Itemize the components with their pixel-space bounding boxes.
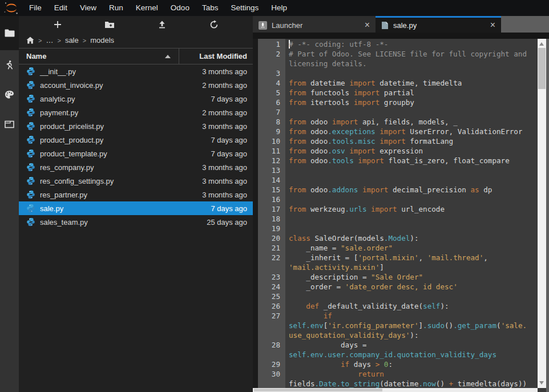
code-token: import bbox=[380, 137, 406, 146]
close-tab-icon[interactable]: × bbox=[365, 21, 370, 30]
code-line[interactable]: 3 bbox=[253, 68, 538, 78]
code-content[interactable]: 1# -*- coding: utf-8 -*-2# Part of Odoo.… bbox=[253, 39, 538, 389]
file-row[interactable]: product_pricelist.py3 months ago bbox=[19, 119, 253, 133]
name-column-header[interactable]: Name bbox=[19, 49, 179, 64]
tab-launcher[interactable]: Launcher× bbox=[253, 16, 376, 33]
file-modified: 3 months ago bbox=[202, 177, 253, 185]
vertical-scrollbar[interactable] bbox=[538, 39, 546, 388]
code-line[interactable]: self.env.user.company_id.quotation_valid… bbox=[253, 350, 538, 359]
code-line[interactable]: fields.Date.to_string(datetime.now() + t… bbox=[253, 379, 538, 389]
last-modified-column-header[interactable]: Last Modified bbox=[179, 49, 253, 64]
menu-item-kernel[interactable]: Kernel bbox=[130, 0, 164, 16]
horizontal-scrollbar-thumb[interactable] bbox=[254, 389, 382, 391]
horizontal-scrollbar[interactable] bbox=[253, 388, 538, 392]
code-line[interactable]: 14 bbox=[253, 175, 538, 185]
home-icon[interactable] bbox=[26, 37, 34, 44]
plus-icon bbox=[53, 20, 62, 29]
code-line[interactable]: 29 if days > 0: bbox=[253, 359, 538, 369]
menu-item-view[interactable]: View bbox=[74, 0, 103, 16]
vertical-scrollbar-thumb[interactable] bbox=[538, 48, 546, 89]
code-line[interactable]: 15from odoo.addons import decimal_precis… bbox=[253, 185, 538, 195]
refresh-button[interactable] bbox=[207, 17, 221, 32]
code-token: api, fields, models, _ bbox=[358, 118, 457, 126]
file-row[interactable]: res_partner.py3 months ago bbox=[19, 188, 253, 201]
code-text: def _default_validity_date(self): bbox=[285, 301, 449, 311]
menu-item-help[interactable]: Help bbox=[265, 0, 293, 16]
menu-item-tabs[interactable]: Tabs bbox=[196, 0, 225, 16]
code-line[interactable]: 21 _name = "sale.order" bbox=[253, 243, 538, 253]
menu-item-file[interactable]: File bbox=[23, 0, 48, 16]
code-line[interactable]: 27 if bbox=[253, 311, 538, 321]
breadcrumb-item[interactable]: models bbox=[90, 36, 114, 45]
code-token: .user bbox=[324, 350, 345, 359]
code-line[interactable]: 19 bbox=[253, 224, 538, 233]
code-line[interactable]: 17from werkzeug.urls import url_encode bbox=[253, 204, 538, 214]
code-line[interactable]: 'mail.activity.mixin'] bbox=[253, 262, 538, 272]
file-row[interactable]: res_company.py3 months ago bbox=[19, 160, 253, 174]
sidebar-tab-folder[interactable] bbox=[0, 16, 19, 50]
menu-item-run[interactable]: Run bbox=[103, 0, 130, 16]
code-line[interactable]: 4from datetime import datetime, timedelt… bbox=[253, 78, 538, 88]
code-token: _description = bbox=[289, 273, 371, 281]
code-line[interactable]: 8from odoo import api, fields, models, _ bbox=[253, 117, 538, 127]
code-token: odoo bbox=[306, 118, 332, 126]
code-line[interactable]: 2# Part of Odoo. See LICENSE file for fu… bbox=[253, 49, 538, 59]
code-line[interactable]: 30 return bbox=[253, 369, 538, 379]
sidebar-tab-tabs[interactable] bbox=[0, 110, 19, 139]
code-line[interactable]: 12from odoo.tools import float_is_zero, … bbox=[253, 156, 538, 165]
code-line[interactable]: 1# -*- coding: utf-8 -*- bbox=[253, 39, 538, 49]
file-row[interactable]: sales_team.py25 days ago bbox=[19, 215, 253, 229]
upload-button[interactable] bbox=[155, 17, 169, 32]
file-row[interactable]: sale.py7 days ago bbox=[19, 201, 253, 215]
sidebar-tab-running-man[interactable] bbox=[0, 50, 19, 80]
code-line[interactable]: 10from odoo.tools.misc import formatLang bbox=[253, 136, 538, 146]
code-line[interactable]: 18 bbox=[253, 214, 538, 224]
code-line[interactable]: 22 _inherit = ['portal.mixin', 'mail.thr… bbox=[253, 253, 538, 262]
code-line[interactable]: 25 bbox=[253, 292, 538, 301]
menu-item-edit[interactable]: Edit bbox=[48, 0, 74, 16]
scroll-up-arrow-icon[interactable] bbox=[539, 42, 544, 46]
tab-sale-py[interactable]: sale.py× bbox=[376, 16, 501, 33]
code-line[interactable]: 13 bbox=[253, 165, 538, 175]
code-line[interactable]: use_quotation_validity_days'): bbox=[253, 330, 538, 340]
menu-item-odoo[interactable]: Odoo bbox=[164, 0, 196, 16]
file-row[interactable]: __init__.py3 months ago bbox=[19, 64, 253, 78]
code-line[interactable]: 26 def _default_validity_date(self): bbox=[253, 301, 538, 311]
code-line[interactable]: 7 bbox=[253, 107, 538, 117]
code-editor[interactable]: 1# -*- coding: utf-8 -*-2# Part of Odoo.… bbox=[253, 39, 549, 392]
sidebar-tab-palette[interactable] bbox=[0, 80, 19, 110]
file-row[interactable]: product_template.py7 days ago bbox=[19, 147, 253, 160]
file-list: __init__.py3 months agoaccount_invoice.p… bbox=[19, 64, 253, 392]
code-token: licensing details. bbox=[289, 59, 366, 68]
new-launcher-button[interactable] bbox=[50, 17, 65, 32]
code-line[interactable]: 9from odoo.exceptions import UserError, … bbox=[253, 127, 538, 136]
code-line[interactable]: 24 _order = 'date_order desc, id desc' bbox=[253, 282, 538, 292]
menu-item-settings[interactable]: Settings bbox=[224, 0, 265, 16]
line-number: 1 bbox=[253, 39, 285, 49]
code-line[interactable]: 28 days = bbox=[253, 340, 538, 350]
code-token: 'portal.mixin' bbox=[358, 253, 418, 262]
tabs-icon bbox=[5, 120, 14, 128]
code-token: datetime, timedelta bbox=[376, 79, 462, 87]
close-tab-icon[interactable]: × bbox=[490, 21, 495, 30]
file-icon bbox=[381, 21, 389, 30]
file-name: sale.py bbox=[40, 204, 211, 213]
file-row[interactable]: analytic.py7 days ago bbox=[19, 92, 253, 106]
file-row[interactable]: account_invoice.py2 months ago bbox=[19, 78, 253, 92]
new-folder-button[interactable] bbox=[102, 17, 117, 32]
code-line[interactable]: 5from functools import partial bbox=[253, 88, 538, 98]
code-line[interactable]: 23 _description = "Sale Order" bbox=[253, 272, 538, 282]
code-line[interactable]: self.env['ir.config_parameter'].sudo().g… bbox=[253, 321, 538, 330]
code-line[interactable]: 11from odoo.osv import expression bbox=[253, 146, 538, 156]
file-row[interactable]: product_product.py7 days ago bbox=[19, 133, 253, 147]
breadcrumb-item[interactable]: sale bbox=[65, 36, 79, 45]
code-line[interactable]: 16 bbox=[253, 195, 538, 204]
code-token: from bbox=[289, 118, 306, 126]
scroll-down-arrow-icon[interactable] bbox=[539, 381, 544, 385]
file-row[interactable]: payment.py2 months ago bbox=[19, 106, 253, 119]
code-line[interactable]: 20class SaleOrder(models.Model): bbox=[253, 233, 538, 243]
code-line[interactable]: licensing details. bbox=[253, 59, 538, 68]
code-line[interactable]: 6from itertools import groupby bbox=[253, 98, 538, 107]
file-row[interactable]: res_config_settings.py3 months ago bbox=[19, 174, 253, 188]
breadcrumb-item[interactable]: … bbox=[46, 36, 53, 45]
